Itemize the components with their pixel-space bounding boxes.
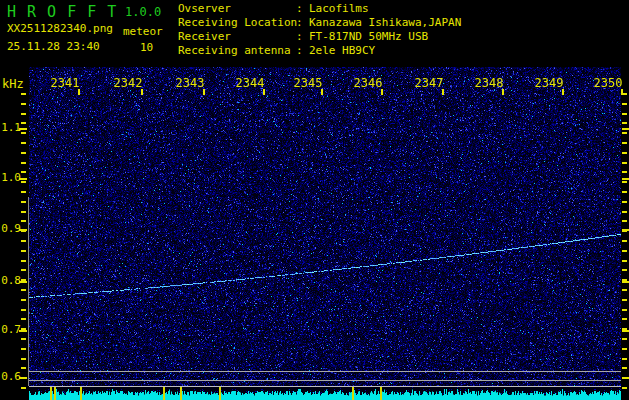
app-version: 1.0.0 bbox=[125, 5, 161, 19]
spectrogram-canvas bbox=[29, 67, 621, 386]
tick bbox=[622, 377, 629, 379]
tick bbox=[622, 281, 629, 283]
hrofft-window: H R O F F T 1.0.0 XX2511282340.png meteo… bbox=[0, 0, 629, 400]
time-label-2344: 2344 bbox=[228, 77, 272, 89]
tick bbox=[21, 152, 26, 154]
freq-label-0.8: 0.8 bbox=[0, 275, 21, 286]
time-label-2343: 2343 bbox=[168, 77, 212, 89]
station-label: Receiver bbox=[178, 31, 296, 43]
reference-line-upper bbox=[29, 371, 621, 372]
tick bbox=[622, 122, 627, 124]
freq-label-0.7: 0.7 bbox=[0, 324, 21, 335]
station-value: 2ele HB9CY bbox=[309, 45, 375, 57]
signal-level-strip-canvas bbox=[29, 387, 621, 400]
time-tick bbox=[321, 89, 323, 95]
freq-label-0.6: 0.6 bbox=[0, 371, 21, 382]
tick bbox=[21, 142, 26, 144]
time-label-2349: 2349 bbox=[527, 77, 571, 89]
station-label: Ovserver bbox=[178, 3, 296, 15]
station-value: Kanazawa Ishikawa,JAPAN bbox=[309, 17, 461, 29]
separator: : bbox=[296, 17, 309, 29]
station-value: FT-817ND 50MHz USB bbox=[309, 31, 428, 43]
tick bbox=[21, 367, 26, 369]
tick bbox=[21, 191, 26, 193]
tick bbox=[21, 348, 26, 350]
station-value: Lacofilms bbox=[309, 3, 369, 15]
tick bbox=[622, 309, 627, 311]
tick bbox=[19, 229, 27, 231]
tick bbox=[21, 309, 26, 311]
tick bbox=[21, 181, 26, 183]
tick bbox=[19, 128, 27, 130]
time-tick bbox=[442, 89, 444, 95]
tick bbox=[21, 122, 26, 124]
tick bbox=[21, 103, 26, 105]
reference-line-lower bbox=[29, 380, 621, 381]
tick bbox=[622, 181, 627, 183]
tick bbox=[21, 113, 26, 115]
station-label: Receiving Location bbox=[178, 17, 296, 29]
event-count: 10 bbox=[140, 42, 153, 54]
time-label-2342: 2342 bbox=[106, 77, 150, 89]
tick bbox=[622, 240, 627, 242]
observation-mode-label: meteor bbox=[123, 26, 163, 38]
tick bbox=[21, 171, 26, 173]
tick bbox=[622, 113, 627, 115]
tick bbox=[622, 318, 627, 320]
strip-top-border bbox=[29, 386, 621, 387]
app-title: H R O F F T bbox=[7, 3, 117, 21]
output-file-name: XX2511282340.png bbox=[7, 23, 113, 35]
tick bbox=[21, 260, 26, 262]
freq-label-1.0: 1.0 bbox=[0, 172, 21, 183]
tick bbox=[622, 299, 627, 301]
tick bbox=[21, 318, 26, 320]
tick bbox=[622, 229, 629, 231]
separator: : bbox=[296, 31, 309, 43]
tick bbox=[19, 377, 27, 379]
observation-datetime: 25.11.28 23:40 bbox=[7, 41, 100, 53]
frequency-unit-label: kHz bbox=[2, 77, 24, 91]
tick bbox=[622, 220, 627, 222]
tick bbox=[21, 220, 26, 222]
time-tick bbox=[381, 89, 383, 95]
time-label-2347: 2347 bbox=[407, 77, 451, 89]
tick bbox=[622, 142, 627, 144]
separator: : bbox=[296, 3, 309, 15]
freq-label-1.1: 1.1 bbox=[0, 122, 21, 133]
tick bbox=[622, 201, 627, 203]
tick bbox=[622, 132, 627, 134]
time-tick bbox=[141, 89, 143, 95]
time-tick bbox=[263, 89, 265, 95]
tick bbox=[622, 162, 627, 164]
tick bbox=[21, 289, 26, 291]
tick bbox=[622, 152, 627, 154]
station-row-antenna: Receiving antenna:2ele HB9CY bbox=[178, 45, 375, 57]
tick bbox=[622, 178, 629, 180]
separator: : bbox=[296, 45, 309, 57]
tick bbox=[21, 201, 26, 203]
tick bbox=[622, 358, 627, 360]
tick bbox=[21, 132, 26, 134]
time-tick bbox=[78, 89, 80, 95]
time-label-2341: 2341 bbox=[43, 77, 87, 89]
tick bbox=[622, 289, 627, 291]
tick bbox=[21, 387, 26, 389]
tick bbox=[622, 260, 627, 262]
station-row-receiver: Receiver:FT-817ND 50MHz USB bbox=[178, 31, 428, 43]
time-label-2348: 2348 bbox=[467, 77, 511, 89]
tick bbox=[622, 171, 627, 173]
tick bbox=[19, 178, 27, 180]
freq-label-0.9: 0.9 bbox=[0, 223, 21, 234]
time-tick bbox=[502, 89, 504, 95]
tick bbox=[622, 348, 627, 350]
tick bbox=[622, 387, 627, 389]
tick bbox=[21, 269, 26, 271]
tick bbox=[622, 269, 627, 271]
tick bbox=[622, 250, 627, 252]
time-label-2346: 2346 bbox=[346, 77, 390, 89]
station-row-observer: Ovserver:Lacofilms bbox=[178, 3, 369, 15]
tick bbox=[21, 240, 26, 242]
tick bbox=[19, 330, 27, 332]
tick bbox=[21, 358, 26, 360]
tick bbox=[21, 211, 26, 213]
